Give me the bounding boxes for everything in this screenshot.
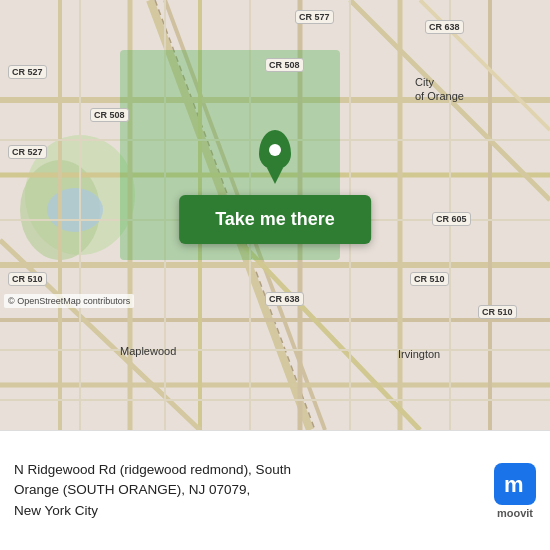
info-bar: N Ridgewood Rd (ridgewood redmond), Sout… [0, 430, 550, 550]
city-of-orange-label: Cityof Orange [415, 75, 464, 104]
road-badge-cr638-top: CR 638 [425, 20, 464, 34]
maplewood-label: Maplewood [120, 345, 176, 357]
svg-point-3 [47, 188, 103, 232]
address-text: N Ridgewood Rd (ridgewood redmond), Sout… [14, 460, 482, 521]
road-badge-cr508-ml: CR 508 [90, 108, 129, 122]
moovit-logo: m moovit [494, 463, 536, 519]
road-badge-cr605: CR 605 [432, 212, 471, 226]
moovit-label: moovit [497, 507, 533, 519]
map-pin [259, 130, 291, 170]
irvington-label: Irvington [398, 348, 440, 360]
osm-attribution: © OpenStreetMap contributors [4, 294, 134, 308]
map-area: CR 577 CR 638 CR 508 CR 527 CR 508 CR 52… [0, 0, 550, 430]
moovit-logo-icon: m [494, 463, 536, 505]
road-badge-cr577: CR 577 [295, 10, 334, 24]
map-container: CR 577 CR 638 CR 508 CR 527 CR 508 CR 52… [0, 0, 550, 550]
road-badge-cr638-b: CR 638 [265, 292, 304, 306]
moovit-logo-svg: m [500, 470, 530, 498]
road-badge-cr510-br: CR 510 [478, 305, 517, 319]
take-me-there-button[interactable]: Take me there [179, 195, 371, 244]
pin-inner [269, 144, 281, 156]
pin-body [259, 130, 291, 170]
road-badge-cr510-l: CR 510 [8, 272, 47, 286]
road-badge-cr508-top: CR 508 [265, 58, 304, 72]
address-line2: Orange (SOUTH ORANGE), NJ 07079, [14, 482, 250, 497]
road-badge-cr527-tl: CR 527 [8, 65, 47, 79]
svg-text:m: m [504, 472, 524, 497]
cta-button-container[interactable]: Take me there [179, 195, 371, 244]
address-line1: N Ridgewood Rd (ridgewood redmond), Sout… [14, 462, 291, 477]
address-line3: New York City [14, 503, 98, 518]
road-badge-cr527-bl: CR 527 [8, 145, 47, 159]
road-badge-cr510-r: CR 510 [410, 272, 449, 286]
